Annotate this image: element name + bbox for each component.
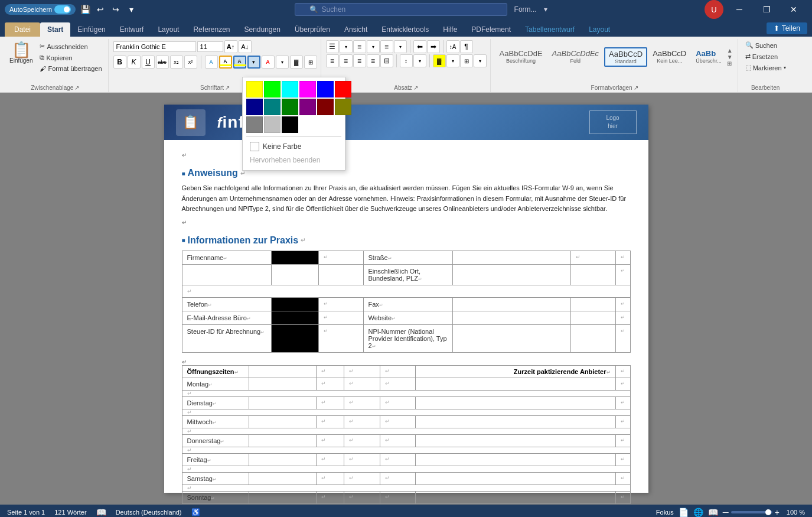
select-dropdown[interactable]: ▾ <box>784 65 786 70</box>
bullets-dropdown[interactable]: ▾ <box>340 40 353 53</box>
minimize-button[interactable]: ─ <box>726 0 753 19</box>
tab-sendungen[interactable]: Sendungen <box>237 22 288 37</box>
color-silver[interactable] <box>264 116 281 133</box>
color-yellow[interactable] <box>246 81 263 97</box>
subscript-button[interactable]: x₂ <box>170 56 183 69</box>
tab-ueberpruefen[interactable]: Überprüfen <box>288 22 337 37</box>
paragraph-expand-icon[interactable]: ↗ <box>413 84 418 91</box>
color-dark-red[interactable] <box>317 99 334 115</box>
dropdown-icon[interactable]: ▾ <box>544 5 547 14</box>
mittwoch-provider[interactable] <box>416 415 615 428</box>
font-name-input[interactable] <box>113 41 196 52</box>
tab-start[interactable]: Start <box>40 22 70 37</box>
freitag-time[interactable] <box>249 453 317 466</box>
styles-scroll-down[interactable]: ▼ <box>727 54 733 60</box>
superscript-button[interactable]: x² <box>184 56 197 69</box>
color-gray[interactable] <box>246 116 263 133</box>
zoom-track[interactable] <box>731 511 772 513</box>
donnerstag-provider[interactable] <box>416 434 615 447</box>
tab-entwurf[interactable]: Entwurf <box>113 22 151 37</box>
mittwoch-time[interactable] <box>249 415 317 428</box>
shading-dropdown[interactable]: ▾ <box>446 54 459 67</box>
color-red[interactable] <box>335 81 351 97</box>
search-button[interactable]: 🔍 Suchen <box>743 40 788 50</box>
line-spacing-button[interactable]: ↕ <box>400 54 413 67</box>
tab-pdfelement[interactable]: PDFelement <box>464 22 518 37</box>
text-effects-button[interactable]: A <box>205 56 218 69</box>
website-value[interactable] <box>453 311 571 324</box>
tab-hilfe[interactable]: Hilfe <box>436 22 464 37</box>
strikethrough-button[interactable]: abc <box>156 56 169 69</box>
samstag-time[interactable] <box>249 472 317 485</box>
view-normal-icon[interactable]: 📄 <box>679 508 689 517</box>
replace-button[interactable]: ⇄ Ersetzen <box>743 51 788 61</box>
increase-indent-button[interactable]: ➡ <box>427 40 440 53</box>
tab-entwicklertools[interactable]: Entwicklertools <box>374 22 436 37</box>
accessibility-icon[interactable]: ♿ <box>191 508 200 516</box>
format-painter-button[interactable]: 🖌 Format übertragen <box>37 64 104 73</box>
color-dark-blue[interactable] <box>246 99 263 115</box>
clipboard-expand-icon[interactable]: ↗ <box>74 84 79 91</box>
decrease-indent-button[interactable]: ⬅ <box>413 40 426 53</box>
text-color-button2[interactable]: A <box>262 56 275 69</box>
color-bright-green[interactable] <box>264 81 281 97</box>
montag-time[interactable] <box>249 378 317 390</box>
color-green[interactable] <box>282 99 298 115</box>
font-size-input[interactable] <box>197 41 223 52</box>
color-cyan[interactable] <box>282 81 298 97</box>
npi-value[interactable] <box>453 324 571 352</box>
align-left-button[interactable]: ≡ <box>326 54 339 67</box>
highlight-dropdown-arrow[interactable]: ▾ <box>247 56 260 69</box>
italic-button[interactable]: K <box>128 56 141 69</box>
shading-button[interactable]: ▓ <box>433 54 446 67</box>
numbering-button[interactable]: ≡ <box>353 40 366 53</box>
montag-provider[interactable] <box>416 378 615 390</box>
save-icon[interactable]: 💾 <box>79 5 91 14</box>
sonntag-time[interactable] <box>249 491 317 503</box>
undo-icon[interactable]: ↩ <box>94 5 106 14</box>
color-purple[interactable] <box>299 99 316 115</box>
proofread-icon[interactable]: 📖 <box>96 508 106 517</box>
color-magenta[interactable] <box>299 81 316 97</box>
view-web-icon[interactable]: 🌐 <box>693 508 703 517</box>
sort-button[interactable]: ↕A <box>446 40 459 53</box>
autosave-toggle[interactable]: AutoSpeichern <box>5 4 76 15</box>
color-olive[interactable] <box>335 99 351 115</box>
zoom-level[interactable]: 100 % <box>787 509 805 516</box>
borders-dropdown[interactable]: ▾ <box>474 54 487 67</box>
samstag-provider[interactable] <box>416 472 615 485</box>
search-bar[interactable]: 🔍 Suchen <box>295 3 507 16</box>
text-color-dropdown2[interactable]: ▾ <box>276 56 289 69</box>
donnerstag-time[interactable] <box>249 434 317 447</box>
tab-tabellenentwurf[interactable]: Tabellenentwurf <box>518 22 582 37</box>
styles-more-button[interactable]: ⊞ <box>727 60 733 67</box>
tab-ansicht[interactable]: Ansicht <box>337 22 374 37</box>
columns-button[interactable]: ⊟ <box>380 54 393 67</box>
steuer-value[interactable] <box>272 324 319 352</box>
show-marks-button[interactable]: ¶ <box>460 40 473 53</box>
font-decrease-button[interactable]: A↓ <box>239 40 252 53</box>
styles-scroll-up[interactable]: ▲ <box>727 47 733 54</box>
zoom-minus-button[interactable]: ─ <box>723 508 729 517</box>
sonntag-provider[interactable] <box>416 491 615 503</box>
strasse-value[interactable] <box>453 251 571 264</box>
close-button[interactable]: ✕ <box>780 0 807 19</box>
line-spacing-dropdown[interactable]: ▾ <box>413 54 426 67</box>
dienstag-time[interactable] <box>249 396 317 409</box>
tab-layout[interactable]: Layout <box>151 22 186 37</box>
select-button[interactable]: ⬚ Markieren ▾ <box>743 63 788 73</box>
style-feld[interactable]: AaBbCcDdEc Feld <box>548 47 603 67</box>
char-border-button[interactable]: ⊞ <box>304 56 317 69</box>
einschl-value[interactable] <box>453 264 571 285</box>
customize-icon[interactable]: ▾ <box>125 5 137 14</box>
bold-button[interactable]: B <box>113 56 126 69</box>
align-right-button[interactable]: ≡ <box>353 54 366 67</box>
view-read-icon[interactable]: 📖 <box>708 508 718 517</box>
style-kein-lee[interactable]: AaBbCcD Kein Lee... <box>648 47 690 67</box>
bullets-button[interactable]: ☰ <box>326 40 339 53</box>
style-standard[interactable]: AaBbCcD Standard <box>604 47 647 67</box>
justify-button[interactable]: ≡ <box>367 54 380 67</box>
cut-button[interactable]: ✂ Ausschneiden <box>37 41 104 51</box>
firmenname-value[interactable] <box>272 251 319 264</box>
tab-datei[interactable]: Datei <box>5 22 40 37</box>
